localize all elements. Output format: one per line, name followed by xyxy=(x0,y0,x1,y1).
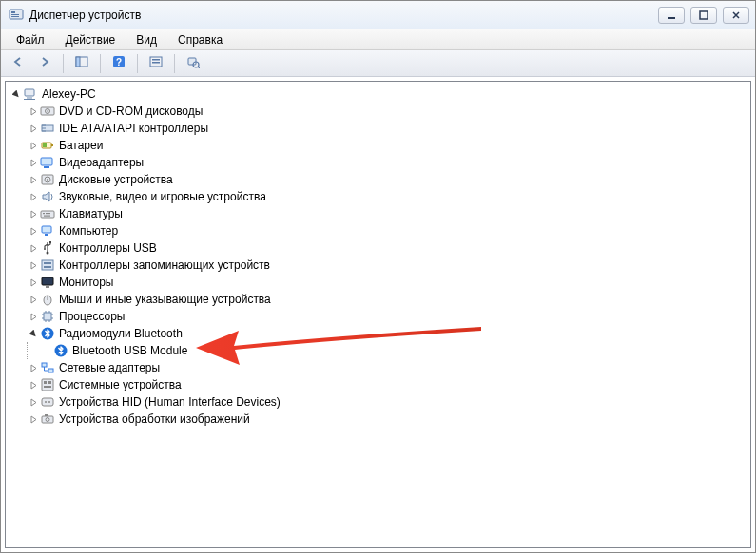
sound-icon xyxy=(40,189,55,204)
close-button[interactable] xyxy=(723,7,749,24)
toolbar: ? xyxy=(1,50,755,77)
maximize-button[interactable] xyxy=(690,7,717,24)
tree-category-row[interactable]: Дисковые устройства xyxy=(10,171,750,188)
expander-icon[interactable] xyxy=(27,224,40,238)
svg-rect-54 xyxy=(44,386,51,388)
svg-rect-36 xyxy=(45,234,48,236)
tree-category-label: Устройства HID (Human Interface Devices) xyxy=(59,393,281,410)
bluetooth-icon xyxy=(53,343,68,358)
expander-icon[interactable] xyxy=(27,310,40,323)
expander-icon[interactable] xyxy=(27,173,40,186)
svg-rect-60 xyxy=(45,414,48,416)
tree-category-row[interactable]: Компьютер xyxy=(10,222,750,239)
properties-button[interactable] xyxy=(145,53,167,74)
svg-rect-1 xyxy=(11,11,15,13)
expander-icon[interactable] xyxy=(10,87,23,101)
expander-icon[interactable] xyxy=(27,105,40,118)
expander-icon[interactable] xyxy=(27,139,40,152)
scan-hardware-button[interactable] xyxy=(182,53,204,74)
tree-category-row[interactable]: Системные устройства xyxy=(10,376,750,393)
tree-pane-icon xyxy=(75,55,88,71)
tree-category-row[interactable]: Мыши и иные указывающие устройства xyxy=(10,291,750,308)
nav-back-button[interactable] xyxy=(7,53,29,74)
expander-icon[interactable] xyxy=(27,276,40,289)
toolbar-separator xyxy=(174,54,175,73)
tree-category-label: IDE ATA/ATAPI контроллеры xyxy=(59,120,208,137)
expander-icon[interactable] xyxy=(27,190,40,203)
menu-help[interactable]: Справка xyxy=(168,29,232,49)
svg-rect-16 xyxy=(27,97,32,99)
app-icon xyxy=(9,8,24,23)
svg-rect-46 xyxy=(44,313,51,320)
tree-category-row[interactable]: Сетевые адаптеры xyxy=(10,359,750,376)
window-controls xyxy=(658,7,749,24)
tree-category-label: Устройства обработки изображений xyxy=(59,410,250,428)
expander-icon[interactable] xyxy=(27,241,40,255)
expander-icon[interactable] xyxy=(27,156,40,169)
tree-category-row[interactable]: Устройства обработки изображений xyxy=(10,410,750,428)
controller-icon xyxy=(40,121,55,136)
tree-category-row[interactable]: Батареи xyxy=(10,137,750,154)
minimize-button[interactable] xyxy=(658,7,685,24)
expander-icon[interactable] xyxy=(27,412,40,426)
svg-rect-39 xyxy=(49,241,51,243)
svg-rect-5 xyxy=(700,11,708,19)
svg-rect-55 xyxy=(42,398,53,406)
battery-icon xyxy=(40,138,55,153)
scan-icon xyxy=(186,55,200,71)
svg-rect-7 xyxy=(76,57,80,67)
expander-icon[interactable] xyxy=(27,327,40,340)
show-hide-tree-button[interactable] xyxy=(70,53,93,74)
toolbar-separator xyxy=(63,54,64,73)
tree-category-label: Контроллеры запоминающих устройств xyxy=(59,257,270,274)
tree-category-row[interactable]: Процессоры xyxy=(10,308,750,325)
svg-rect-31 xyxy=(43,213,45,214)
svg-rect-23 xyxy=(51,144,53,146)
menu-view[interactable]: Вид xyxy=(126,29,166,49)
help-button[interactable]: ? xyxy=(107,53,130,74)
tree-device-label: Bluetooth USB Module xyxy=(72,342,187,359)
menu-file[interactable]: Файл xyxy=(7,29,54,49)
toolbar-separator xyxy=(137,54,138,73)
tree-category-row[interactable]: Контроллеры USB xyxy=(10,239,750,257)
tree-category-row[interactable]: Звуковые, видео и игровые устройства xyxy=(10,188,750,205)
menu-action[interactable]: Действие xyxy=(56,29,126,49)
svg-point-57 xyxy=(48,401,50,403)
svg-rect-43 xyxy=(42,277,53,285)
tree-category-row[interactable]: Видеоадаптеры xyxy=(10,154,750,171)
expander-icon[interactable] xyxy=(27,207,40,220)
nav-forward-button[interactable] xyxy=(33,53,56,74)
arrow-left-icon xyxy=(11,55,25,71)
tree-category-label: Клавиатуры xyxy=(59,205,123,222)
expander-icon[interactable] xyxy=(27,378,40,391)
tree-category-label: Компьютер xyxy=(59,222,118,239)
content-wrap: Alexey-PC DVD и CD-ROM дисководы IDE ATA… xyxy=(1,77,755,552)
tree-category-row[interactable]: Клавиатуры xyxy=(10,205,750,222)
tree-device-row[interactable]: Bluetooth USB Module xyxy=(10,342,750,359)
drive-icon xyxy=(40,104,55,119)
tree-category-row[interactable]: IDE ATA/ATAPI контроллеры xyxy=(10,120,750,137)
computer-root-icon xyxy=(23,86,38,102)
svg-point-37 xyxy=(47,252,49,255)
titlebar: Диспетчер устройств xyxy=(1,1,755,29)
tree-category-row[interactable]: DVD и CD-ROM дисководы xyxy=(10,103,750,120)
device-tree-pane[interactable]: Alexey-PC DVD и CD-ROM дисководы IDE ATA… xyxy=(5,81,751,548)
svg-rect-35 xyxy=(42,226,51,233)
expander-icon[interactable] xyxy=(27,258,40,272)
tree-category-label: Контроллеры USB xyxy=(59,239,157,257)
tree-category-row[interactable]: Устройства HID (Human Interface Devices) xyxy=(10,393,750,410)
svg-rect-2 xyxy=(11,14,19,15)
expander-icon[interactable] xyxy=(27,122,40,135)
storage-controller-icon xyxy=(40,257,55,273)
svg-rect-44 xyxy=(46,286,49,288)
tree-category-row[interactable]: Контроллеры запоминающих устройств xyxy=(10,257,750,274)
tree-category-label: Сетевые адаптеры xyxy=(59,359,160,376)
expander-icon[interactable] xyxy=(27,395,40,409)
tree-category-row[interactable]: Радиомодули Bluetooth xyxy=(10,325,750,342)
tree-category-label: Батареи xyxy=(59,137,103,154)
imaging-icon xyxy=(40,411,55,427)
tree-category-row[interactable]: Мониторы xyxy=(10,274,750,291)
expander-icon[interactable] xyxy=(27,361,40,374)
expander-icon[interactable] xyxy=(27,293,40,306)
tree-root-row[interactable]: Alexey-PC xyxy=(10,86,750,103)
